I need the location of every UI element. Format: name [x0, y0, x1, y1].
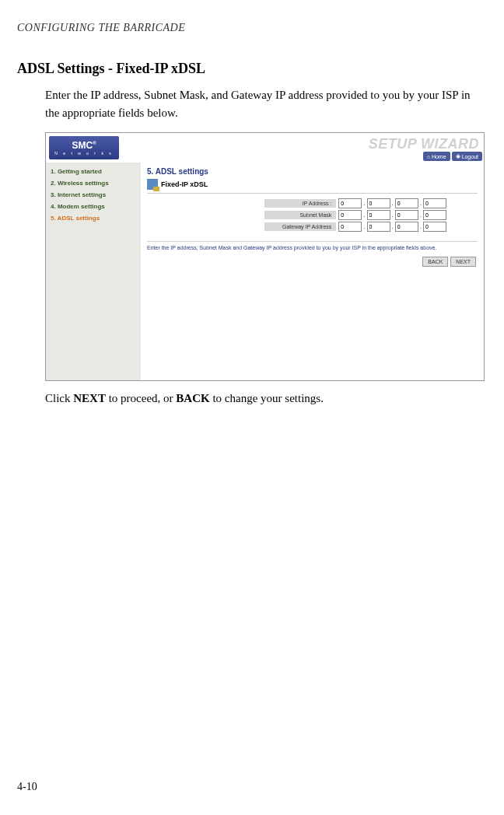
ip-c[interactable] [395, 198, 418, 208]
panel-title: 5. ADSL settings [147, 167, 478, 176]
ip-address-row: IP Address : . . . [264, 198, 446, 208]
ip-form: IP Address : . . . Subnet Mask . . . [147, 198, 478, 232]
gw-b[interactable] [367, 222, 390, 232]
gw-d[interactable] [423, 222, 446, 232]
panel-subtitle-row: Fixed-IP xDSL [147, 179, 478, 194]
ip-address-label: IP Address : [264, 199, 336, 208]
screenshot-body: 1. Getting started 2. Wireless settings … [46, 163, 484, 380]
section-title: ADSL Settings - Fixed-IP xDSL [17, 61, 487, 77]
page-number: 4-10 [17, 781, 37, 793]
form-note: Enter the IP address, Subnet Mask and Ga… [147, 241, 478, 250]
outro-next: NEXT [73, 392, 106, 404]
ip-b[interactable] [367, 198, 390, 208]
intro-paragraph: Enter the IP address, Subnet Mask, and G… [45, 86, 482, 121]
logo-subtext: N e t w o r k s [54, 152, 114, 156]
home-label: Home [432, 154, 446, 159]
outro-back: BACK [176, 392, 209, 404]
gw-c[interactable] [395, 222, 418, 232]
subnet-inputs: . . . [336, 210, 446, 220]
gw-a[interactable] [338, 222, 362, 232]
outro-paragraph: Click NEXT to proceed, or BACK to change… [45, 392, 487, 405]
home-button[interactable]: ⌂ Home [423, 152, 450, 161]
sn-b[interactable] [367, 210, 390, 220]
outro-pre: Click [45, 392, 73, 404]
sn-c[interactable] [395, 210, 418, 220]
sn-a[interactable] [338, 210, 362, 220]
logout-label: Logout [462, 154, 478, 159]
screenshot-figure: SMC® N e t w o r k s SETUP WIZARD ⌂ Home… [45, 132, 485, 381]
sidebar-item-wireless[interactable]: 2. Wireless settings [49, 177, 138, 189]
subnet-row: Subnet Mask . . . [264, 210, 446, 220]
gateway-row: Gateway IP Address . . . [264, 222, 446, 232]
sidebar-item-modem[interactable]: 4. Modem settings [49, 201, 138, 212]
main-panel: 5. ADSL settings Fixed-IP xDSL IP Addres… [141, 163, 484, 380]
logo-reg: ® [93, 141, 96, 145]
setup-wizard-title: SETUP WIZARD [369, 136, 479, 152]
sn-d[interactable] [423, 210, 446, 220]
subnet-label: Subnet Mask [264, 211, 336, 219]
sidebar-item-getting-started[interactable]: 1. Getting started [49, 166, 138, 177]
panel-subtitle: Fixed-IP xDSL [161, 180, 208, 188]
ip-address-inputs: . . . [336, 198, 446, 208]
outro-mid: to proceed, or [106, 392, 176, 404]
back-button[interactable]: BACK [422, 257, 448, 267]
action-row: BACK NEXT [147, 257, 478, 267]
sidebar-item-adsl[interactable]: 5. ADSL settings [49, 212, 138, 224]
home-icon: ⌂ [427, 154, 430, 159]
logo-text: SMC [72, 140, 93, 151]
logout-icon: ◉ [456, 153, 460, 159]
gateway-inputs: . . . [336, 222, 446, 232]
ip-d[interactable] [423, 198, 446, 208]
xdsl-icon [147, 179, 158, 190]
screenshot-header: SMC® N e t w o r k s SETUP WIZARD ⌂ Home… [46, 133, 484, 163]
top-buttons: ⌂ Home ◉ Logout [423, 152, 482, 161]
ip-a[interactable] [338, 198, 362, 208]
smc-logo: SMC® N e t w o r k s [49, 136, 119, 159]
outro-post: to change your settings. [210, 392, 324, 404]
gateway-label: Gateway IP Address [264, 222, 336, 231]
sidebar: 1. Getting started 2. Wireless settings … [46, 163, 141, 380]
page-header: CONFIGURING THE BARRICADE [17, 22, 487, 34]
sidebar-item-internet[interactable]: 3. Internet settings [49, 189, 138, 201]
next-button[interactable]: NEXT [450, 257, 476, 267]
logout-button[interactable]: ◉ Logout [452, 152, 482, 161]
